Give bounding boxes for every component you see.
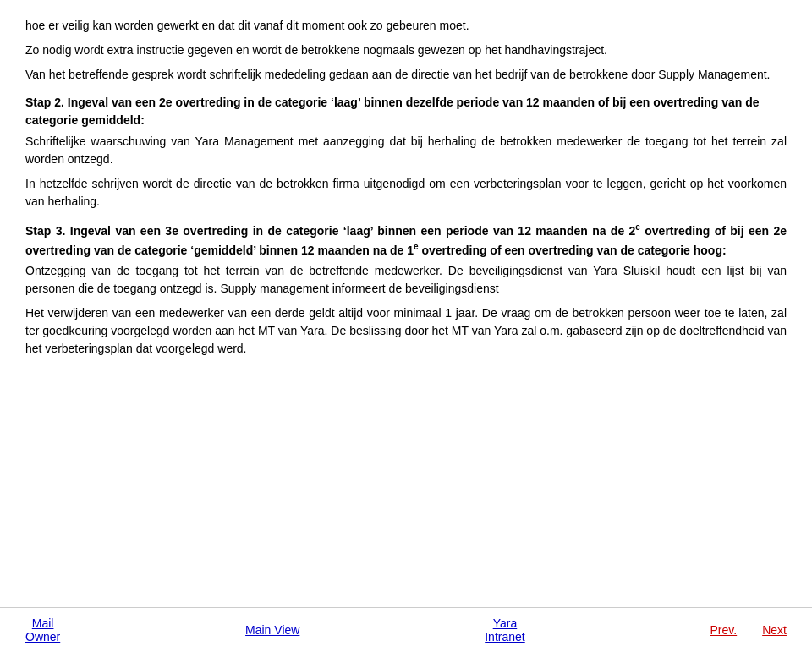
step3-text2: Het verwijderen van een medewerker van e… <box>25 304 787 358</box>
paragraph-3: Van het betreffende gesprek wordt schrif… <box>25 66 787 84</box>
step2-label: Stap 2. <box>25 96 64 109</box>
prev-button[interactable]: Prev. <box>710 623 738 637</box>
step3-header-block: Stap 3. Ingeval van een 3e overtreding i… <box>25 221 787 259</box>
mail-owner-line2: Owner <box>25 630 60 644</box>
yara-intranet-link[interactable]: Yara Intranet <box>485 616 524 644</box>
yara-intranet-line1: Yara <box>493 616 518 630</box>
main-view-link[interactable]: Main View <box>245 623 299 637</box>
paragraph-1: hoe er veilig kan worden gewerkt en dat … <box>25 17 787 35</box>
mail-owner-link[interactable]: Mail Owner <box>25 616 60 644</box>
footer: Mail Owner Main View Yara Intranet Prev.… <box>0 607 812 652</box>
step3-text1: Ontzegging van de toegang tot het terrei… <box>25 262 787 298</box>
step3-bold1: Ingeval van een 3e overtreding in de cat… <box>70 224 636 238</box>
yara-intranet-line2: Intranet <box>485 630 524 644</box>
step2-header: Stap 2. Ingeval van een 2e overtreding i… <box>25 94 787 129</box>
paragraph-2: Zo nodig wordt extra instructie gegeven … <box>25 41 787 59</box>
main-content: hoe er veilig kan worden gewerkt en dat … <box>0 0 812 607</box>
step3-label: Stap 3. <box>25 224 65 238</box>
step2-bold-text: Ingeval van een 2e overtreding in de cat… <box>25 96 759 127</box>
step2-text: Schriftelijke waarschuwing van Yara Mana… <box>25 133 787 168</box>
mail-owner-line1: Mail <box>32 616 54 630</box>
next-button[interactable]: Next <box>762 623 787 637</box>
step3-bold3: overtreding of een overtreding van de ca… <box>419 243 727 256</box>
footer-nav-right: Prev. Next <box>710 623 787 637</box>
step2-text2: In hetzelfde schrijven wordt de directie… <box>25 175 787 211</box>
